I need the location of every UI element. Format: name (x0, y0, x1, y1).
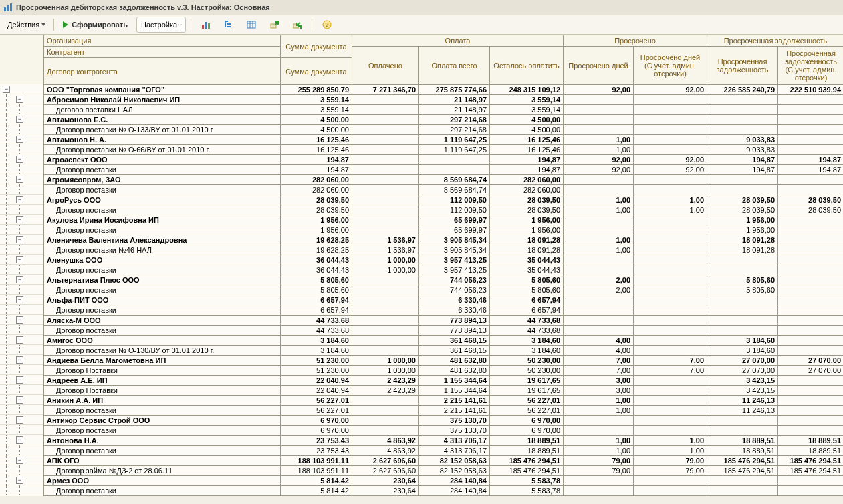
chart-button[interactable] (196, 17, 216, 33)
table-row[interactable]: ООО "Торговая компания "ОГО"255 289 850,… (44, 85, 844, 95)
expander-minus-icon[interactable]: − (16, 136, 23, 143)
row-value (778, 215, 843, 225)
row-value (352, 115, 419, 125)
row-value (352, 406, 419, 416)
table-row[interactable]: Договор поставки44 733,68773 894,1344 73… (44, 326, 844, 336)
collapse-button[interactable] (287, 17, 307, 33)
expander-minus-icon[interactable]: − (16, 396, 23, 404)
table-row[interactable]: Договор поставки6 657,946 330,466 657,94 (44, 305, 844, 316)
table-row[interactable]: Договор поставки36 044,431 000,003 957 4… (44, 265, 844, 275)
expander-minus-icon[interactable]: − (3, 86, 10, 93)
structure-button[interactable] (219, 17, 239, 33)
row-value (707, 326, 778, 336)
table-row[interactable]: Договор поставки28 039,50112 009,5028 03… (44, 205, 844, 215)
table-row[interactable]: Акулова Ирина Иосифовна ИП1 956,0065 699… (44, 215, 844, 225)
row-value (634, 486, 707, 496)
row-value (564, 175, 634, 185)
row-value: 5 805,60 (707, 285, 778, 295)
table-row[interactable]: Автамонова Е.С.4 500,00297 214,684 500,0… (44, 115, 844, 125)
table-row[interactable]: Договор поставки5 805,60744 056,235 805,… (44, 285, 844, 295)
expander-minus-icon[interactable]: − (16, 296, 23, 303)
table-row[interactable]: АгроРусь ООО28 039,50112 009,5028 039,50… (44, 195, 844, 205)
row-value: 79,00 (634, 456, 707, 466)
outline-row: − (0, 395, 43, 405)
svg-rect-1 (7, 5, 9, 11)
table-row[interactable]: Альфа-ПИТ ООО6 657,946 330,466 657,94 (44, 295, 844, 305)
columns-button[interactable] (241, 17, 261, 33)
table-row[interactable]: Андреев А.Е. ИП22 040,942 423,291 155 34… (44, 376, 844, 386)
outline-row (0, 485, 43, 495)
row-value (634, 115, 707, 125)
table-row[interactable]: АПК ОГО188 103 991,112 627 696,6082 152 … (44, 456, 844, 466)
outline-row: − (0, 375, 43, 385)
table-row[interactable]: Договор поставки282 060,008 569 684,7428… (44, 185, 844, 195)
expander-minus-icon[interactable]: − (16, 156, 23, 163)
expander-minus-icon[interactable]: − (16, 356, 23, 364)
row-value: 6 330,46 (419, 305, 490, 316)
row-name: АгроРусь ООО (44, 195, 281, 205)
table-row[interactable]: Договор Поставки22 040,942 423,291 155 3… (44, 386, 844, 396)
row-value (352, 155, 419, 165)
expander-minus-icon[interactable]: − (16, 236, 23, 243)
expander-minus-icon[interactable]: − (16, 196, 23, 203)
expander-minus-icon[interactable]: − (16, 477, 23, 484)
expander-minus-icon[interactable]: − (16, 96, 23, 103)
row-name: Абросимов Николай Николаевич ИП (44, 95, 281, 105)
table-row[interactable]: Аленушка ООО36 044,431 000,003 957 413,2… (44, 255, 844, 265)
expander-minus-icon[interactable]: − (16, 457, 23, 464)
table-row[interactable]: Договор поставки № О-130/ВУ от 01.01.201… (44, 346, 844, 356)
expand-button[interactable] (264, 17, 284, 33)
outline-row: − (0, 295, 43, 305)
table-row[interactable]: Договор поставки № О-66/ВУ от 01.01.2010… (44, 145, 844, 155)
table-row[interactable]: Амигос ООО3 184,60361 468,153 184,604,00… (44, 336, 844, 346)
table-row[interactable]: Договор займа №ДЗ-2 от 28.06.11188 103 9… (44, 466, 844, 476)
outline-row (0, 225, 43, 235)
table-row[interactable]: Аникин А.А. ИП56 227,012 215 141,6156 22… (44, 396, 844, 406)
settings-button[interactable]: Настройка (136, 17, 186, 33)
actions-menu[interactable]: Действия (4, 17, 49, 33)
expander-minus-icon[interactable]: − (16, 176, 23, 183)
expander-minus-icon[interactable]: − (16, 216, 23, 223)
row-value: 5 805,60 (281, 285, 352, 295)
titlebar: Просроченная дебиторская задолженность v… (0, 0, 843, 15)
row-value: 2,00 (564, 285, 634, 295)
table-row[interactable]: Альтернатива Плюс ООО5 805,60744 056,235… (44, 275, 844, 285)
table-row[interactable]: Договор поставки23 753,434 863,924 313 7… (44, 446, 844, 456)
table-row[interactable]: Аленичева Валентина Александровна19 628,… (44, 235, 844, 245)
table-row[interactable]: Аляска-М ООО44 733,68773 894,1344 733,68 (44, 316, 844, 326)
table-row[interactable]: Договор поставки6 970,00375 130,706 970,… (44, 426, 844, 436)
expander-minus-icon[interactable]: − (16, 116, 23, 123)
expander-minus-icon[interactable]: − (16, 276, 23, 283)
table-row[interactable]: Автамонов Н. А.16 125,461 119 647,2516 1… (44, 135, 844, 145)
outline-row: − (0, 154, 43, 164)
row-name: Амигос ООО (44, 336, 281, 346)
table-row[interactable]: Антикор Сервис Строй ООО6 970,00375 130,… (44, 416, 844, 426)
table-row[interactable]: Договор поставки № О-133/ВУ от 01.01.201… (44, 125, 844, 135)
table-row[interactable]: Андиева Белла Магометовна ИП51 230,001 0… (44, 356, 844, 366)
expander-minus-icon[interactable]: − (16, 316, 23, 324)
run-button[interactable]: Сформировать (59, 17, 134, 33)
expander-minus-icon[interactable]: − (16, 436, 23, 444)
table-row[interactable]: Договор поставки5 814,42230,64284 140,84… (44, 486, 844, 496)
expander-minus-icon[interactable]: − (16, 376, 23, 384)
row-value: 18 091,28 (707, 235, 778, 245)
hdr-debt-adm: Просроченная задолженность (С учет. адми… (778, 47, 843, 85)
hdr-pay-group: Оплата (352, 35, 564, 47)
help-button[interactable]: ? (317, 17, 337, 33)
table-row[interactable]: Антонова Н.А.23 753,434 863,924 313 706,… (44, 436, 844, 446)
expander-minus-icon[interactable]: − (16, 416, 23, 424)
table-row[interactable]: Агроаспект ООО194,87194,8792,0092,00194,… (44, 155, 844, 165)
table-row[interactable]: Агромясопром, ЗАО282 060,008 569 684,742… (44, 175, 844, 185)
table-row[interactable]: Договор поставки56 227,012 215 141,6156 … (44, 406, 844, 416)
table-row[interactable]: Абросимов Николай Николаевич ИП3 559,142… (44, 95, 844, 105)
table-row[interactable]: Договор поставки №46 НАЛ19 628,251 536,9… (44, 245, 844, 255)
table-row[interactable]: Договор Поставки51 230,001 000,00481 632… (44, 366, 844, 376)
table-row[interactable]: Армез ООО5 814,42230,64284 140,845 583,7… (44, 476, 844, 486)
expander-minus-icon[interactable]: − (16, 336, 23, 344)
row-value: 28 039,50 (490, 195, 564, 205)
table-row[interactable]: Договор поставки1 956,0065 699,971 956,0… (44, 225, 844, 235)
table-row[interactable]: договор поставки НАЛ3 559,1421 148,973 5… (44, 105, 844, 115)
table-row[interactable]: Договор поставки194,87194,8792,0092,0019… (44, 165, 844, 175)
row-value: 3 184,60 (490, 346, 564, 356)
expander-minus-icon[interactable]: − (16, 256, 23, 263)
